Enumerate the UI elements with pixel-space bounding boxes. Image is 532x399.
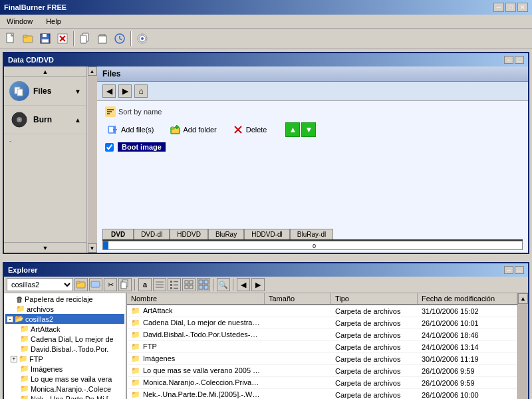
file-row[interactable]: 📁Imágenes Carpeta de archivos 30/10/2006… [127,353,517,365]
folder-icon-monica: 📁 [20,384,29,393]
svg-rect-2 [23,35,27,37]
toolbar-btn-save[interactable] [37,31,53,47]
svg-rect-10 [80,35,86,43]
tab-hddvd-dl[interactable]: HDDVD-dl [244,229,290,239]
tree-item-ftp[interactable]: + 📁 FTP [5,354,124,364]
tree-expand-ftp[interactable]: + [11,356,17,362]
exp-btn-copy[interactable] [118,278,132,291]
file-cell-date: 26/10/2006 9:59 [418,366,517,376]
col-header-name[interactable]: Nombre [127,293,265,304]
col-header-date[interactable]: Fecha de modificación [418,293,517,304]
toolbar-btn-copy[interactable] [77,31,93,47]
close-button[interactable]: ✕ [517,3,528,12]
explorer-title: Explorer [8,266,38,274]
action-row: Add file(s) Add folder Delete ▲ ▼ [105,122,520,137]
exp-btn-cut[interactable]: ✂ [104,278,117,291]
sidebar-scroll-down[interactable]: ▼ [4,242,86,253]
explorer-path-dropdown[interactable]: cosillas2 [7,278,73,291]
file-row[interactable]: 📁ArtAttack Carpeta de archivos 31/10/200… [127,305,517,317]
minimize-button[interactable]: ─ [493,3,504,12]
data-panel-max-btn[interactable]: □ [515,56,524,64]
col-header-type[interactable]: Tipo [331,293,418,304]
col-header-size[interactable]: Tamaño [265,293,331,304]
tree-item-verano[interactable]: 📁 Lo que mas se vaila vera [5,374,124,384]
tree-item-nek[interactable]: 📁 Nek.-.Una.Parte.De.Mi.[ [5,394,124,399]
file-scroll-up[interactable]: ▲ [518,293,528,304]
file-row[interactable]: 📁FTP Carpeta de archivos 24/10/2006 13:1… [127,341,517,353]
tab-bluray-dl[interactable]: BluRay-dl [290,229,333,239]
file-row[interactable]: 📁Cadena Dial, Lo mejor de nuestra m... C… [127,317,517,329]
exp-btn-grid[interactable] [182,278,196,291]
tree-item-cosillas2[interactable]: - 📂 cosillas2 [5,314,124,324]
file-cell-name: 📁Lo que mas se valla verano 2005 [m... [127,366,265,376]
move-up-btn[interactable]: ▲ [285,122,300,137]
tree-item-monica[interactable]: 📁 Monica.Naranjo.-.Colece [5,384,124,394]
explorer-max-btn[interactable]: □ [515,266,524,274]
exp-btn-forward[interactable]: ▶ [251,278,265,291]
tab-dvd[interactable]: DVD [102,229,134,239]
exp-btn-search[interactable]: 🔍 [217,278,230,291]
tree-item-imagenes[interactable]: 📁 Imágenes [5,364,124,374]
exp-sep-1 [134,279,136,291]
file-cell-name: 📁Nek.-.Una.Parte.De.Mi.[2005].-.Www... [127,390,265,399]
files-label: Files [33,86,70,96]
toolbar-btn-new[interactable] [3,31,19,47]
tree-item-cadenadial[interactable]: 📁 Cadena Dial, Lo mejor de [5,334,124,344]
tree-item-recyclebin[interactable]: 🗑 Papelera de reciclaje [5,295,124,304]
sort-by-name[interactable]: Sort by name [105,106,520,117]
toolbar-sep-2 [130,31,132,46]
exp-btn-a[interactable]: a [138,278,152,291]
menu-bar: Window Help [0,15,532,29]
file-cell-date: 26/10/2006 10:00 [418,390,517,400]
sidebar-item-files[interactable]: Files ▼ [4,77,86,106]
toolbar-btn-burn[interactable] [134,31,150,47]
add-files-btn[interactable]: Add file(s) [105,123,157,136]
menu-help[interactable]: Help [42,16,65,27]
files-forward-btn[interactable]: ▶ [118,84,132,98]
sidebar-item-burn[interactable]: Burn ▲ [4,106,86,134]
svg-rect-45 [170,284,172,286]
exp-btn-back[interactable]: ◀ [237,278,250,291]
exp-btn-list[interactable] [153,278,166,291]
toolbar-btn-history[interactable] [112,31,128,47]
file-list-header: Nombre Tamaño Tipo Fecha de modificación [127,293,517,305]
file-cell-type: Carpeta de archivos [331,307,418,316]
toolbar-btn-paste[interactable] [94,31,110,47]
file-cell-name: 📁Cadena Dial, Lo mejor de nuestra m... [127,318,265,328]
file-row[interactable]: 📁Lo que mas se valla verano 2005 [m... C… [127,365,517,377]
file-cell-size [265,382,331,384]
tree-item-archivos[interactable]: 📁 archivos [5,304,124,314]
add-folder-btn[interactable]: Add folder [168,123,219,136]
explorer-min-btn[interactable]: ─ [504,266,513,274]
toolbar-btn-x[interactable] [55,31,70,47]
file-row[interactable]: 📁David.Bisbal.-.Todo.Por.Ustedes-ES... C… [127,329,517,341]
tab-hddvd[interactable]: HDDVD [170,229,208,239]
maximize-button[interactable]: □ [505,3,516,12]
file-row[interactable]: 📁Monica.Naranjo.-.Coleccion.Privada.... … [127,377,517,389]
files-back-btn[interactable]: ◀ [102,84,116,98]
disc-tabs-area: DVD DVD-dl HDDVD BluRay HDDVD-dl BluRay-… [97,226,528,253]
svg-rect-43 [170,281,172,283]
files-up-btn[interactable]: ⌂ [134,84,148,98]
left-scroll-down[interactable]: ▼ [88,243,97,253]
boot-image-checkbox[interactable] [105,143,114,152]
delete-btn[interactable]: Delete [230,123,270,136]
move-down-btn[interactable]: ▼ [301,122,316,137]
toolbar-btn-open[interactable] [20,31,36,47]
data-panel-min-btn[interactable]: ─ [504,56,513,64]
exp-btn-largegrid[interactable] [197,278,210,291]
tree-item-bisbal[interactable]: 📁 David.Bisbal.-.Todo.Por. [5,344,124,354]
exp-btn-folder[interactable] [74,278,88,291]
tree-item-artattack[interactable]: 📁 ArtAttack [5,324,124,334]
tree-expand-cosillas2[interactable]: - [7,316,13,323]
sidebar-scroll-up[interactable]: ▲ [4,66,86,77]
menu-window[interactable]: Window [3,16,37,27]
exp-btn-new[interactable] [89,278,102,291]
exp-btn-details[interactable] [168,278,181,291]
left-scroll-up[interactable]: ▲ [88,66,97,76]
file-row[interactable]: 📁Nek.-.Una.Parte.De.Mi.[2005].-.Www... C… [127,389,517,399]
file-cell-name: 📁Imágenes [127,354,265,364]
tab-dvd-dl[interactable]: DVD-dl [134,229,170,239]
data-panel-titlebar-btns: ─ □ [504,56,524,64]
tab-bluray[interactable]: BluRay [208,229,244,239]
